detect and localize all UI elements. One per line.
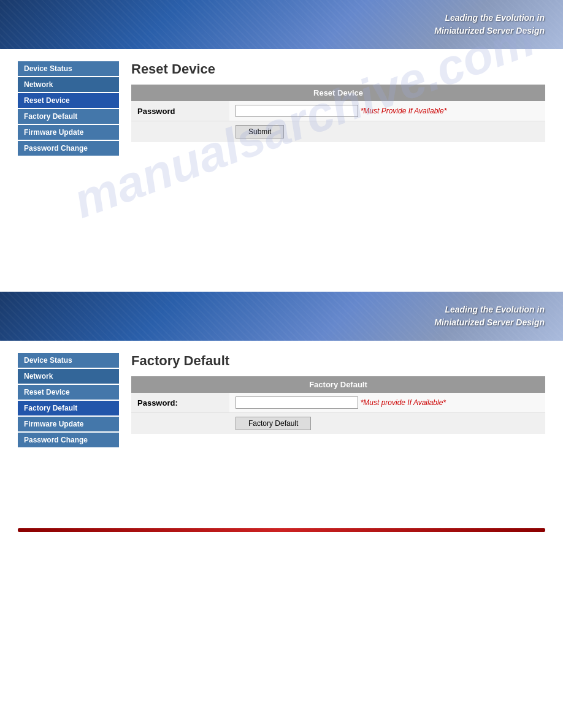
password-input-cell-1: *Must Provide If Available* bbox=[229, 101, 545, 121]
sidebar-item-network-1[interactable]: Network bbox=[18, 77, 119, 92]
sidebar-2: Device Status Network Reset Device Facto… bbox=[18, 353, 119, 449]
button-label-cell-2 bbox=[131, 413, 229, 434]
reset-device-table-header: Reset Device bbox=[131, 85, 545, 101]
section-reset-device: Device Status Network Reset Device Facto… bbox=[18, 61, 545, 157]
password-label-1: Password bbox=[131, 101, 229, 121]
reset-device-title: Reset Device bbox=[131, 61, 545, 77]
password-hint-2: *Must provide If Available* bbox=[361, 398, 446, 407]
factory-default-table-header: Factory Default bbox=[131, 376, 545, 393]
factory-default-button-cell: Factory Default bbox=[229, 413, 545, 434]
section-factory-default: Device Status Network Reset Device Facto… bbox=[18, 353, 545, 449]
password-label-2: Password: bbox=[131, 393, 229, 413]
factory-default-title: Factory Default bbox=[131, 353, 545, 369]
sidebar-item-factory-default-1[interactable]: Factory Default bbox=[18, 109, 119, 124]
sidebar-item-reset-device-2[interactable]: Reset Device bbox=[18, 385, 119, 400]
button-label-cell-1 bbox=[131, 121, 229, 143]
reset-device-table: Reset Device Password *Must Provide If A… bbox=[131, 85, 545, 142]
password-input-2[interactable] bbox=[236, 396, 358, 409]
sidebar-item-password-change-2[interactable]: Password Change bbox=[18, 433, 119, 447]
sidebar-item-network-2[interactable]: Network bbox=[18, 369, 119, 384]
sidebar-item-reset-device-1[interactable]: Reset Device bbox=[18, 93, 119, 108]
header-banner-2: Leading the Evolution in Miniaturized Se… bbox=[0, 292, 563, 341]
factory-default-table: Factory Default Password: *Must provide … bbox=[131, 376, 545, 434]
reset-device-content: Reset Device Reset Device Password *Must… bbox=[131, 61, 545, 142]
sidebar-item-firmware-update-1[interactable]: Firmware Update bbox=[18, 125, 119, 140]
submit-button-1[interactable]: Submit bbox=[236, 125, 284, 138]
factory-default-button[interactable]: Factory Default bbox=[236, 417, 311, 430]
submit-button-cell-1: Submit bbox=[229, 121, 545, 143]
sidebar-1: Device Status Network Reset Device Facto… bbox=[18, 61, 119, 157]
header-banner-1: Leading the Evolution in Miniaturized Se… bbox=[0, 0, 563, 49]
password-input-1[interactable] bbox=[236, 105, 358, 117]
sidebar-item-factory-default-2[interactable]: Factory Default bbox=[18, 401, 119, 415]
header-tagline-1: Leading the Evolution in Miniaturized Se… bbox=[434, 12, 545, 37]
factory-default-content: Factory Default Factory Default Password… bbox=[131, 353, 545, 434]
sidebar-item-firmware-update-2[interactable]: Firmware Update bbox=[18, 417, 119, 431]
sidebar-item-device-status-2[interactable]: Device Status bbox=[18, 353, 119, 368]
sidebar-item-device-status-1[interactable]: Device Status bbox=[18, 61, 119, 76]
password-input-cell-2: *Must provide If Available* bbox=[229, 393, 545, 413]
sidebar-item-password-change-1[interactable]: Password Change bbox=[18, 141, 119, 156]
header-tagline-2: Leading the Evolution in Miniaturized Se… bbox=[434, 303, 545, 329]
password-hint-1: *Must Provide If Available* bbox=[361, 107, 447, 115]
